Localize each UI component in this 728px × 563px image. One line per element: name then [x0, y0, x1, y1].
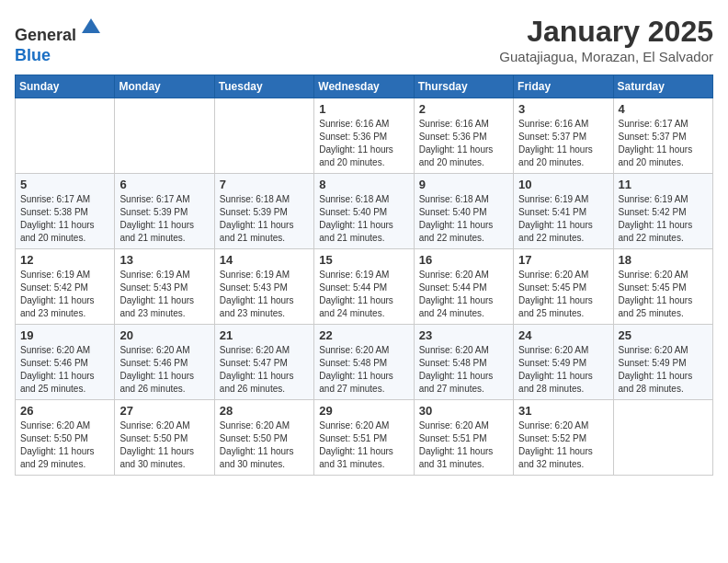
day-info: Sunrise: 6:20 AM Sunset: 5:46 PM Dayligh…	[20, 344, 109, 396]
day-number: 5	[20, 178, 109, 191]
calendar-cell-w3d5: 24Sunrise: 6:20 AM Sunset: 5:49 PM Dayli…	[514, 325, 613, 400]
day-info: Sunrise: 6:18 AM Sunset: 5:40 PM Dayligh…	[319, 193, 408, 245]
weekday-header-monday: Monday	[115, 75, 214, 98]
day-number: 14	[220, 253, 309, 267]
day-number: 30	[419, 404, 508, 418]
weekday-header-friday: Friday	[514, 75, 613, 98]
logo-general: General	[15, 26, 76, 44]
calendar-cell-w4d3: 29Sunrise: 6:20 AM Sunset: 5:51 PM Dayli…	[314, 400, 414, 476]
day-number: 3	[518, 102, 608, 116]
calendar-cell-w1d3: 8Sunrise: 6:18 AM Sunset: 5:40 PM Daylig…	[314, 174, 414, 249]
calendar-cell-w3d1: 20Sunrise: 6:20 AM Sunset: 5:46 PM Dayli…	[115, 325, 214, 400]
day-number: 11	[619, 178, 708, 191]
calendar-cell-w4d2: 28Sunrise: 6:20 AM Sunset: 5:50 PM Dayli…	[214, 400, 313, 476]
day-number: 4	[619, 102, 708, 116]
calendar-cell-w3d0: 19Sunrise: 6:20 AM Sunset: 5:46 PM Dayli…	[16, 325, 115, 400]
day-info: Sunrise: 6:18 AM Sunset: 5:40 PM Dayligh…	[419, 193, 508, 245]
day-info: Sunrise: 6:20 AM Sunset: 5:49 PM Dayligh…	[619, 344, 708, 396]
calendar-cell-w1d0: 5Sunrise: 6:17 AM Sunset: 5:38 PM Daylig…	[16, 174, 115, 249]
logo-icon	[78, 15, 104, 40]
day-number: 1	[319, 102, 408, 116]
day-info: Sunrise: 6:20 AM Sunset: 5:50 PM Dayligh…	[119, 419, 209, 471]
calendar-cell-w4d1: 27Sunrise: 6:20 AM Sunset: 5:50 PM Dayli…	[115, 400, 214, 476]
calendar-cell-w2d6: 18Sunrise: 6:20 AM Sunset: 5:45 PM Dayli…	[613, 249, 712, 325]
calendar-cell-w2d0: 12Sunrise: 6:19 AM Sunset: 5:42 PM Dayli…	[16, 249, 115, 325]
day-number: 2	[419, 102, 508, 116]
day-number: 16	[419, 253, 508, 267]
day-number: 23	[419, 328, 508, 342]
day-info: Sunrise: 6:20 AM Sunset: 5:50 PM Dayligh…	[220, 419, 309, 471]
day-info: Sunrise: 6:20 AM Sunset: 5:44 PM Dayligh…	[419, 269, 508, 320]
calendar-cell-w3d2: 21Sunrise: 6:20 AM Sunset: 5:47 PM Dayli…	[214, 325, 313, 400]
day-info: Sunrise: 6:16 AM Sunset: 5:36 PM Dayligh…	[319, 118, 408, 169]
day-info: Sunrise: 6:20 AM Sunset: 5:50 PM Dayligh…	[20, 419, 109, 471]
logo: General Blue	[15, 15, 104, 65]
title-block: January 2025 Guatajiagua, Morazan, El Sa…	[499, 15, 713, 64]
calendar-cell-w4d4: 30Sunrise: 6:20 AM Sunset: 5:51 PM Dayli…	[414, 400, 513, 476]
day-number: 13	[119, 253, 209, 267]
day-info: Sunrise: 6:20 AM Sunset: 5:46 PM Dayligh…	[119, 344, 209, 396]
calendar-cell-w1d2: 7Sunrise: 6:18 AM Sunset: 5:39 PM Daylig…	[214, 174, 313, 249]
day-number: 28	[220, 404, 309, 418]
calendar-cell-w0d3: 1Sunrise: 6:16 AM Sunset: 5:36 PM Daylig…	[314, 98, 414, 174]
day-number: 22	[319, 328, 408, 342]
calendar-cell-w0d4: 2Sunrise: 6:16 AM Sunset: 5:36 PM Daylig…	[414, 98, 513, 174]
weekday-header-saturday: Saturday	[613, 75, 712, 98]
day-number: 9	[419, 178, 508, 191]
day-number: 6	[119, 178, 209, 191]
calendar-cell-w2d5: 17Sunrise: 6:20 AM Sunset: 5:45 PM Dayli…	[514, 249, 613, 325]
calendar-cell-w4d5: 31Sunrise: 6:20 AM Sunset: 5:52 PM Dayli…	[514, 400, 613, 476]
calendar-cell-w4d0: 26Sunrise: 6:20 AM Sunset: 5:50 PM Dayli…	[16, 400, 115, 476]
day-info: Sunrise: 6:20 AM Sunset: 5:48 PM Dayligh…	[319, 344, 408, 396]
weekday-header-thursday: Thursday	[414, 75, 513, 98]
location-title: Guatajiagua, Morazan, El Salvador	[499, 49, 713, 64]
day-number: 31	[518, 404, 608, 418]
day-info: Sunrise: 6:19 AM Sunset: 5:43 PM Dayligh…	[119, 269, 209, 320]
day-number: 29	[319, 404, 408, 418]
calendar-cell-w0d6: 4Sunrise: 6:17 AM Sunset: 5:37 PM Daylig…	[613, 98, 712, 174]
day-number: 25	[619, 328, 708, 342]
day-info: Sunrise: 6:20 AM Sunset: 5:51 PM Dayligh…	[319, 419, 408, 471]
calendar-cell-w3d3: 22Sunrise: 6:20 AM Sunset: 5:48 PM Dayli…	[314, 325, 414, 400]
day-info: Sunrise: 6:17 AM Sunset: 5:38 PM Dayligh…	[20, 193, 109, 245]
calendar-cell-w2d2: 14Sunrise: 6:19 AM Sunset: 5:43 PM Dayli…	[214, 249, 313, 325]
day-number: 15	[319, 253, 408, 267]
day-number: 7	[220, 178, 309, 191]
day-number: 19	[20, 328, 109, 342]
day-number: 24	[518, 328, 608, 342]
day-info: Sunrise: 6:17 AM Sunset: 5:39 PM Dayligh…	[119, 193, 209, 245]
calendar-cell-w1d6: 11Sunrise: 6:19 AM Sunset: 5:42 PM Dayli…	[613, 174, 712, 249]
day-info: Sunrise: 6:20 AM Sunset: 5:52 PM Dayligh…	[518, 419, 608, 471]
day-info: Sunrise: 6:16 AM Sunset: 5:37 PM Dayligh…	[518, 118, 608, 169]
svg-marker-0	[82, 18, 100, 33]
calendar-cell-w0d1	[115, 98, 214, 174]
day-info: Sunrise: 6:19 AM Sunset: 5:42 PM Dayligh…	[619, 193, 708, 245]
calendar-cell-w2d3: 15Sunrise: 6:19 AM Sunset: 5:44 PM Dayli…	[314, 249, 414, 325]
day-info: Sunrise: 6:17 AM Sunset: 5:37 PM Dayligh…	[619, 118, 708, 169]
calendar-cell-w1d5: 10Sunrise: 6:19 AM Sunset: 5:41 PM Dayli…	[514, 174, 613, 249]
weekday-header-tuesday: Tuesday	[214, 75, 313, 98]
page-header: General Blue January 2025 Guatajiagua, M…	[15, 15, 713, 65]
calendar-cell-w3d4: 23Sunrise: 6:20 AM Sunset: 5:48 PM Dayli…	[414, 325, 513, 400]
day-info: Sunrise: 6:19 AM Sunset: 5:43 PM Dayligh…	[220, 269, 309, 320]
day-info: Sunrise: 6:20 AM Sunset: 5:51 PM Dayligh…	[419, 419, 508, 471]
day-number: 17	[518, 253, 608, 267]
day-info: Sunrise: 6:19 AM Sunset: 5:42 PM Dayligh…	[20, 269, 109, 320]
month-title: January 2025	[499, 15, 713, 49]
day-number: 21	[220, 328, 309, 342]
day-number: 8	[319, 178, 408, 191]
day-info: Sunrise: 6:19 AM Sunset: 5:41 PM Dayligh…	[518, 193, 608, 245]
calendar-cell-w4d6	[613, 400, 712, 476]
day-number: 12	[20, 253, 109, 267]
day-number: 27	[119, 404, 209, 418]
calendar-cell-w3d6: 25Sunrise: 6:20 AM Sunset: 5:49 PM Dayli…	[613, 325, 712, 400]
day-info: Sunrise: 6:18 AM Sunset: 5:39 PM Dayligh…	[220, 193, 309, 245]
day-info: Sunrise: 6:20 AM Sunset: 5:45 PM Dayligh…	[619, 269, 708, 320]
day-number: 26	[20, 404, 109, 418]
day-number: 18	[619, 253, 708, 267]
day-number: 10	[518, 178, 608, 191]
calendar-cell-w2d4: 16Sunrise: 6:20 AM Sunset: 5:44 PM Dayli…	[414, 249, 513, 325]
day-info: Sunrise: 6:16 AM Sunset: 5:36 PM Dayligh…	[419, 118, 508, 169]
day-info: Sunrise: 6:20 AM Sunset: 5:48 PM Dayligh…	[419, 344, 508, 396]
calendar-cell-w0d5: 3Sunrise: 6:16 AM Sunset: 5:37 PM Daylig…	[514, 98, 613, 174]
